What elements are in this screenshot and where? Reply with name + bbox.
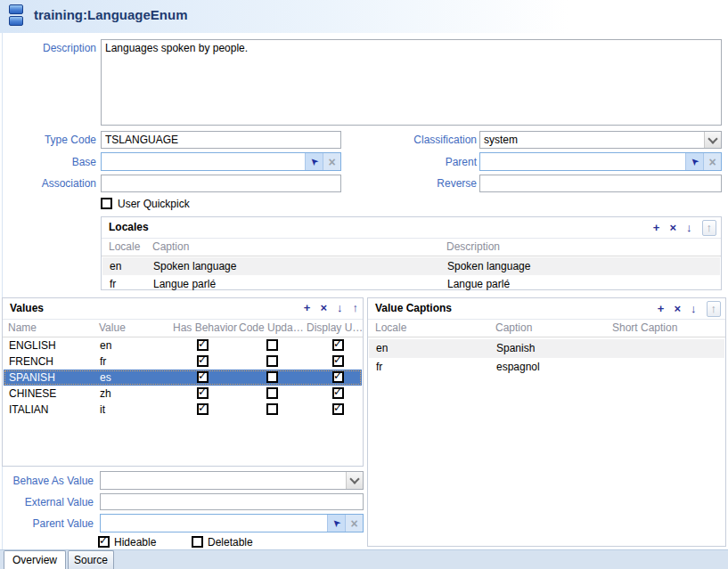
external-value-input[interactable] (100, 493, 364, 510)
values-panel: Values + × ↓ ↑ Name Value Has Behavior C… (2, 297, 364, 467)
values-row[interactable]: CHINESE zh (4, 386, 362, 402)
delete-icon[interactable]: × (669, 221, 676, 235)
locales-row[interactable]: fr Langue parlé Langue parlé (102, 275, 720, 293)
base-clear-button[interactable]: × (323, 153, 340, 170)
move-down-icon[interactable]: ↓ (686, 221, 692, 235)
has-behavior-checkbox[interactable] (197, 387, 209, 399)
add-icon[interactable]: + (658, 302, 665, 316)
parent-value-value (101, 515, 327, 532)
locales-row[interactable]: en Spoken language Spoken language (102, 257, 720, 275)
user-quickpick-label: User Quickpick (118, 198, 190, 210)
hideable-checkbox[interactable] (98, 536, 110, 548)
display-checkbox[interactable] (332, 371, 344, 383)
display-checkbox[interactable] (332, 339, 344, 351)
deletable-checkbox[interactable] (192, 536, 203, 548)
values-column-headers: Name Value Has Behavior Code Upda… Displ… (3, 320, 363, 337)
name-cell: CHINESE (9, 387, 56, 400)
column-header: Short Caption (612, 321, 677, 334)
classification-label: Classification (368, 134, 477, 146)
tab-source[interactable]: Source (68, 550, 114, 569)
code-updatable-checkbox[interactable] (266, 339, 278, 351)
description-input[interactable]: Languages spoken by people. (101, 39, 722, 126)
hideable-label: Hideable (114, 536, 156, 549)
parent-value-clear-button[interactable]: × (345, 515, 363, 532)
value-captions-column-headers: Locale Caption Short Caption (368, 320, 725, 337)
move-down-icon[interactable]: ↓ (691, 302, 697, 316)
move-up-icon: ↑ (707, 301, 722, 317)
clear-icon: × (350, 517, 357, 530)
locale-cell: fr (110, 278, 116, 290)
value-cell: en (100, 339, 111, 352)
parent-clear-button[interactable]: × (703, 153, 721, 170)
name-cell: SPANISH (9, 371, 55, 384)
display-checkbox[interactable] (332, 403, 344, 415)
parent-pick-button[interactable]: ➤ (685, 153, 703, 170)
value-cell: es (100, 371, 111, 384)
value-captions-row[interactable]: en Spanish (369, 339, 724, 358)
user-quickpick-checkbox[interactable] (101, 198, 112, 209)
values-row[interactable]: ENGLISH en (4, 337, 362, 354)
code-updatable-checkbox[interactable] (266, 355, 278, 367)
column-header: Description (446, 240, 500, 253)
display-checkbox[interactable] (332, 387, 344, 399)
association-input[interactable] (101, 175, 341, 192)
values-row[interactable]: FRENCH fr (4, 354, 362, 370)
type-code-label: Type Code (0, 134, 96, 146)
chevron-down-icon (349, 474, 359, 484)
parent-value-pick-button[interactable]: ➤ (327, 515, 345, 532)
parent-label: Parent (368, 156, 477, 168)
has-behavior-checkbox[interactable] (197, 339, 209, 351)
locales-toolbar: + × ↓ ↑ (653, 220, 716, 236)
base-label: Base (0, 156, 96, 168)
tab-overview[interactable]: Overview (4, 550, 66, 569)
behave-as-value-select[interactable] (100, 471, 364, 490)
code-updatable-checkbox[interactable] (266, 371, 278, 383)
base-pick-button[interactable]: ➤ (305, 153, 323, 170)
value-captions-row[interactable]: fr espagnol (369, 358, 724, 377)
move-down-icon[interactable]: ↓ (337, 301, 343, 315)
has-behavior-checkbox[interactable] (197, 355, 209, 367)
has-behavior-checkbox[interactable] (197, 371, 209, 383)
add-icon[interactable]: + (653, 221, 660, 235)
classification-dropdown-button[interactable] (704, 132, 721, 148)
code-updatable-checkbox[interactable] (266, 387, 278, 399)
locales-panel-header: Locales + × ↓ ↑ (102, 217, 721, 239)
value-captions-panel: Value Captions + × ↓ ↑ Locale Caption Sh… (367, 297, 726, 547)
delete-icon[interactable]: × (320, 301, 327, 315)
parent-value (480, 153, 685, 170)
value-captions-panel-title: Value Captions (375, 302, 452, 314)
column-header: Locale (109, 240, 140, 253)
caption-cell: espagnol (496, 361, 540, 373)
reverse-input[interactable] (479, 175, 722, 192)
has-behavior-checkbox[interactable] (197, 403, 209, 415)
header: training:LanguageEnum (0, 0, 728, 33)
chevron-down-icon (708, 134, 717, 143)
window-left-edge (2, 33, 3, 549)
enum-type-icon (9, 4, 25, 28)
delete-icon[interactable]: × (674, 302, 681, 316)
move-up-icon[interactable]: ↑ (353, 301, 359, 315)
base-picker[interactable]: ➤ × (101, 152, 341, 171)
locales-column-headers: Locale Caption Description (102, 239, 721, 256)
parent-value-picker[interactable]: ➤ × (100, 514, 364, 532)
classification-value: system (480, 134, 704, 146)
description-cell: Langue parlé (447, 278, 510, 290)
display-checkbox[interactable] (332, 355, 344, 367)
behave-as-value-dropdown-button[interactable] (346, 472, 363, 489)
parent-picker[interactable]: ➤ × (479, 152, 722, 171)
add-icon[interactable]: + (304, 301, 311, 315)
clear-icon: × (328, 156, 335, 168)
name-cell: ITALIAN (9, 403, 48, 416)
locale-cell: fr (376, 361, 382, 373)
values-row[interactable]: ITALIAN it (4, 402, 362, 418)
column-header: Caption (495, 321, 532, 334)
code-updatable-checkbox[interactable] (266, 403, 278, 415)
value-captions-toolbar: + × ↓ ↑ (658, 301, 721, 317)
cursor-arrow-icon: ➤ (688, 155, 702, 169)
values-row[interactable]: SPANISH es (4, 370, 362, 386)
value-cell: fr (100, 355, 106, 368)
column-header: Display U… (307, 321, 363, 334)
type-code-input[interactable] (101, 131, 341, 149)
classification-select[interactable]: system (479, 131, 722, 149)
locales-panel: Locales + × ↓ ↑ Locale Caption Descripti… (101, 216, 722, 290)
